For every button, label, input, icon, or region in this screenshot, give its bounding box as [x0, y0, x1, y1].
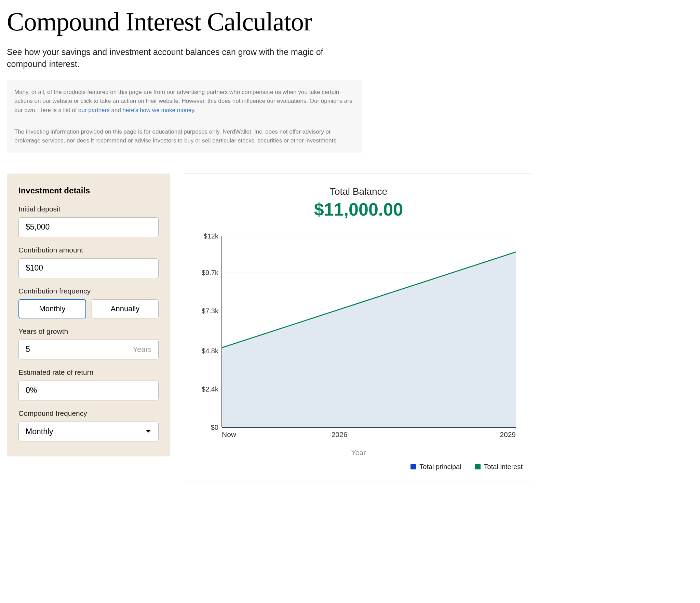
form-heading: Investment details [18, 186, 159, 195]
svg-text:$7.3k: $7.3k [202, 307, 219, 315]
estimated-rate-label: Estimated rate of return [18, 368, 159, 376]
balance-chart: $0$2.4k$4.8k$7.3k$9.7k$12kNow20262029 [194, 233, 523, 446]
page-subtitle: See how your savings and investment acco… [7, 46, 349, 70]
contribution-frequency-label: Contribution frequency [18, 287, 159, 295]
frequency-monthly-button[interactable]: Monthly [18, 299, 86, 318]
years-of-growth-input[interactable] [18, 340, 159, 359]
estimated-rate-input[interactable] [18, 381, 159, 400]
contribution-amount-input[interactable] [18, 258, 159, 278]
page-title: Compound Interest Calculator [7, 7, 533, 37]
total-balance-label: Total Balance [194, 186, 523, 197]
contribution-frequency-toggle: Monthly Annually [18, 299, 159, 318]
disclosure-paragraph-2: The investing information provided on th… [14, 127, 355, 146]
svg-text:Now: Now [222, 430, 237, 438]
svg-text:$12k: $12k [204, 233, 219, 240]
investment-details-panel: Investment details Initial deposit Contr… [7, 174, 170, 456]
disclosure-paragraph-1: Many, or all, of the products featured o… [14, 88, 355, 115]
square-icon [410, 464, 416, 469]
svg-text:$2.4k: $2.4k [202, 385, 219, 393]
divider [14, 121, 355, 121]
how-we-make-money-link[interactable]: here's how we make money [123, 107, 194, 113]
x-axis-label: Year [194, 449, 523, 457]
frequency-annually-button[interactable]: Annually [92, 299, 159, 318]
legend-total-principal: Total principal [410, 463, 461, 471]
contribution-amount-label: Contribution amount [18, 246, 159, 254]
disclosure-text: and [110, 107, 123, 113]
svg-text:$0: $0 [211, 424, 218, 431]
svg-text:$9.7k: $9.7k [202, 269, 219, 276]
disclosure-text: . [194, 107, 196, 113]
disclosure-box: Many, or all, of the products featured o… [7, 80, 362, 153]
initial-deposit-label: Initial deposit [18, 205, 159, 213]
partners-link[interactable]: our partners [78, 107, 110, 113]
legend-label: Total principal [419, 463, 461, 471]
years-of-growth-label: Years of growth [18, 327, 159, 335]
compound-frequency-select[interactable]: Monthly [18, 422, 159, 441]
svg-text:2029: 2029 [500, 430, 516, 438]
results-panel: Total Balance $11,000.00 $0$2.4k$4.8k$7.… [184, 174, 533, 481]
compound-frequency-label: Compound frequency [18, 409, 159, 417]
total-balance-value: $11,000.00 [194, 199, 523, 220]
square-icon [475, 464, 481, 469]
svg-text:2026: 2026 [332, 430, 348, 438]
initial-deposit-input[interactable] [18, 217, 159, 237]
chart-legend: Total principal Total interest [194, 463, 523, 471]
legend-label: Total interest [484, 463, 523, 471]
legend-total-interest: Total interest [475, 463, 523, 471]
svg-text:$4.8k: $4.8k [202, 347, 219, 355]
